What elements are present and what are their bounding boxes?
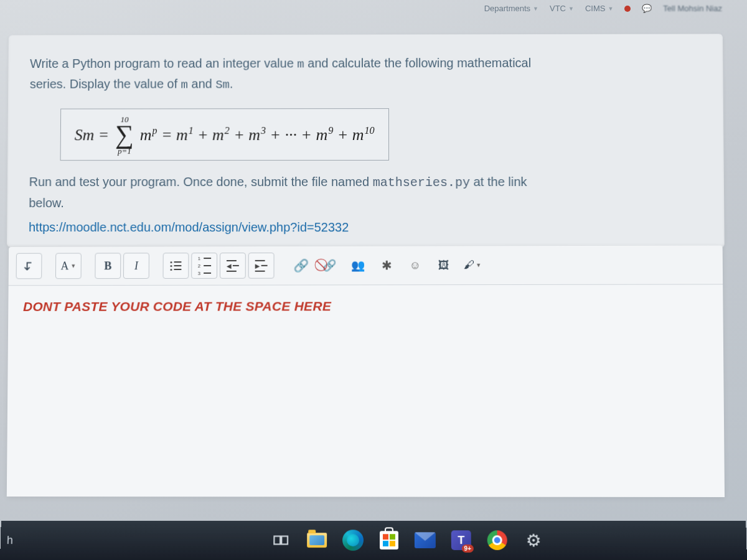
indent-icon: ▶: [255, 259, 268, 271]
chevron-down-icon: ▼: [533, 6, 538, 12]
font-color-button[interactable]: A ▼: [55, 253, 82, 279]
outdent-button[interactable]: ◀: [220, 253, 246, 279]
indent-button[interactable]: ▶: [248, 253, 275, 279]
settings-button[interactable]: ⚙: [519, 526, 547, 554]
chrome-icon: [487, 530, 507, 550]
browser-tab[interactable]: Departments ▼: [484, 4, 538, 13]
edge-browser-button[interactable]: [339, 526, 367, 554]
microsoft-store-button[interactable]: [375, 526, 403, 554]
code-var: Sm: [215, 78, 230, 92]
formula-lhs: Sm =: [75, 126, 110, 144]
formula-box: Sm = 10 ∑ p=1 mp = m1 + m2 + m3 + ··· + …: [60, 108, 389, 161]
user-link[interactable]: Tell Mohsin Niaz: [663, 4, 722, 13]
gear-icon: ⚙: [525, 530, 541, 551]
svg-rect-1: [281, 536, 288, 544]
browser-tab[interactable]: VTC ▼: [550, 4, 574, 13]
formula-body: mp = m1 + m2 + m3 + ··· + m9 + m10: [140, 125, 375, 144]
italic-label: I: [134, 259, 138, 273]
asterisk-icon: ✱: [381, 258, 392, 273]
brush-button[interactable]: 🖌 ▼: [459, 252, 486, 278]
mail-button[interactable]: [411, 526, 439, 554]
font-color-label: A: [60, 259, 68, 273]
teams-icon: T 9+: [451, 530, 471, 550]
chevron-down-icon: ▼: [70, 263, 76, 269]
file-explorer-button[interactable]: [303, 526, 331, 554]
image-icon: 🖼: [438, 259, 449, 272]
sigma-icon: 10 ∑ p=1: [115, 115, 134, 155]
formula: Sm = 10 ∑ p=1 mp = m1 + m2 + m3 + ··· + …: [74, 115, 374, 155]
chevron-down-icon: ▼: [608, 6, 613, 12]
link-icon: 🔗: [293, 258, 309, 273]
notification-badge: 9+: [461, 544, 473, 553]
editor-content-area[interactable]: DONT PASTE YOUR CODE AT THE SPACE HERE: [7, 284, 725, 497]
italic-button[interactable]: I: [123, 253, 149, 279]
folder-icon: [307, 533, 327, 548]
emoji-people-button[interactable]: 👥: [345, 253, 371, 279]
unlink-button[interactable]: 🔗⃠: [316, 253, 342, 279]
special-char-button[interactable]: ✱: [374, 253, 400, 279]
bold-label: B: [104, 259, 111, 273]
code-var: m: [181, 78, 188, 92]
tab-label: Departments: [484, 4, 530, 13]
speech-bubble-icon[interactable]: 💬: [642, 4, 652, 13]
search-hint[interactable]: h: [7, 534, 26, 547]
browser-tab[interactable]: CIMS ▼: [585, 4, 613, 13]
chrome-button[interactable]: [483, 526, 512, 554]
numbered-list-button[interactable]: 1 2 3: [191, 253, 217, 279]
people-icon: 👥: [351, 259, 365, 273]
tab-label: CIMS: [585, 4, 606, 13]
editor-warning-text: DONT PASTE YOUR CODE AT THE SPACE HERE: [23, 298, 708, 314]
bullet-list-button[interactable]: [163, 253, 189, 279]
tab-label: VTC: [550, 4, 566, 13]
windows-taskbar: h T 9+ ⚙: [0, 521, 747, 560]
browser-tab-strip: Departments ▼ VTC ▼ CIMS ▼ 💬 Tell Mohsin…: [484, 4, 722, 13]
unlink-icon: 🔗⃠: [322, 259, 336, 273]
question-text: Write a Python program to read an intege…: [30, 52, 702, 95]
store-icon: [380, 531, 398, 549]
svg-rect-0: [274, 536, 280, 544]
instruction-text: Run and test your program. Once done, su…: [29, 171, 702, 212]
link-button[interactable]: 🔗: [288, 253, 314, 279]
chevron-down-icon: ▼: [568, 6, 574, 12]
task-view-button[interactable]: [266, 526, 295, 554]
editor-toolbar: ↴ A ▼ B I 1 2 3: [9, 246, 723, 286]
edge-icon: [342, 530, 364, 551]
code-var: m: [297, 57, 304, 71]
bullet-list-icon: [170, 261, 181, 271]
smile-icon: ☺: [410, 259, 421, 272]
question-panel: Write a Python program to read an intege…: [7, 34, 725, 247]
numbered-list-icon: 1 2 3: [198, 256, 211, 276]
mail-icon: [415, 532, 436, 548]
emoji-button[interactable]: ☺: [402, 252, 428, 278]
toolbar-expand-button[interactable]: ↴: [16, 253, 42, 279]
outdent-icon: ◀: [227, 259, 239, 271]
bold-button[interactable]: B: [95, 253, 121, 279]
toggle-down-icon: ↴: [24, 258, 35, 274]
teams-button[interactable]: T 9+: [447, 526, 476, 554]
submission-link[interactable]: https://moodle.nct.edu.om/mod/assign/vie…: [29, 220, 702, 235]
notification-dot-icon[interactable]: [624, 6, 631, 12]
image-button[interactable]: 🖼: [431, 252, 457, 278]
task-view-icon: [273, 532, 289, 548]
chevron-down-icon: ▼: [476, 262, 481, 268]
brush-icon: 🖌: [463, 259, 474, 271]
rich-text-editor: ↴ A ▼ B I 1 2 3: [7, 246, 725, 497]
code-filename: mathseries.py: [373, 175, 470, 190]
